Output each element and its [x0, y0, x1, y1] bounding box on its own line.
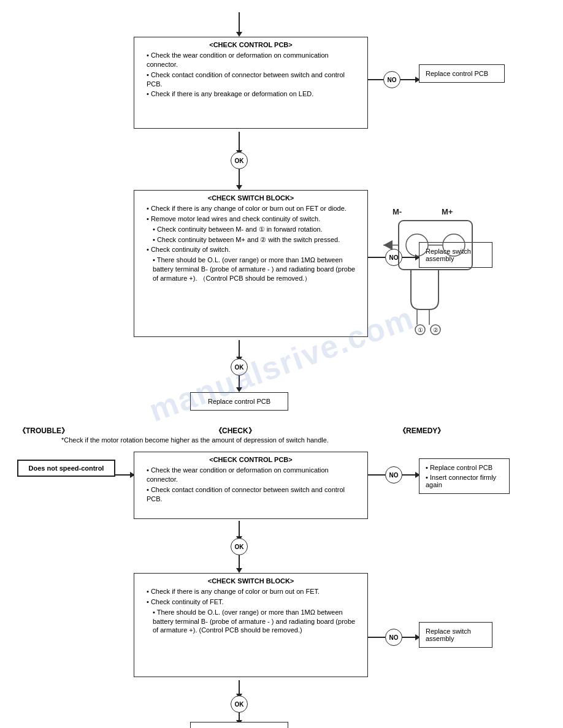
list-item: Remove motor lead wires and check contin… [147, 214, 361, 224]
check-switch-block-box-top: <CHECK SWITCH BLOCK> Check if there is a… [134, 190, 368, 337]
drill-diagram-svg: M- M+ ① ② [374, 196, 497, 337]
svg-text:M+: M+ [442, 207, 453, 216]
check-switch-block-list-bottom: Check if there is any change of color or… [140, 587, 361, 635]
list-item: Check continuity of FET. [147, 597, 361, 607]
ok-badge-2-bottom: OK [231, 696, 248, 713]
check-control-pcb-list-top: Check the wear condition or deformation … [140, 51, 361, 99]
check-switch-block-title-bottom: <CHECK SWITCH BLOCK> [140, 577, 361, 585]
svg-text:②: ② [433, 327, 439, 333]
drill-diagram: M- M+ ① ② [374, 196, 497, 337]
list-item: Check contact condition of connector bet… [147, 485, 361, 504]
svg-text:①: ① [418, 327, 423, 333]
list-item: Check if there is any change of color or… [147, 587, 361, 596]
svg-marker-21 [236, 568, 242, 573]
note-text: *Check if the motor rotation become high… [61, 436, 478, 444]
svg-point-36 [443, 234, 465, 256]
list-item: There should be O.L. (over range) or mor… [147, 608, 361, 635]
list-item: Check continuity of switch. [147, 245, 361, 254]
remedy-pcb-line1: • Replace control PCB [426, 464, 503, 471]
list-item: Check the wear condition or deformation … [147, 51, 361, 69]
check-switch-block-box-bottom: <CHECK SWITCH BLOCK> Check if there is a… [134, 573, 368, 677]
page: <CHECK CONTROL PCB> Check the wear condi… [0, 0, 563, 728]
list-item: Check continuity between M+ and ② with t… [147, 235, 361, 245]
no-badge-2-bottom: NO [385, 629, 402, 646]
check-control-pcb-box-top: <CHECK CONTROL PCB> Check the wear condi… [134, 37, 368, 129]
no-badge-1-bottom: NO [385, 466, 402, 483]
no-badge-1-top: NO [383, 71, 400, 88]
svg-marker-1 [236, 32, 242, 37]
ok-badge-1-bottom: OK [231, 538, 248, 555]
list-item: Check the wear condition or deformation … [147, 466, 361, 484]
trouble-box-bottom: Does not speed-control [17, 460, 115, 477]
remedy-pcb-insert-bottom: • Replace control PCB • Insert connector… [419, 458, 510, 494]
remedy-pcb-line2: • Insert connector firmly again [426, 474, 503, 488]
ok-badge-1-top: OK [231, 152, 248, 169]
check-control-pcb-list-bottom: Check the wear condition or deformation … [140, 466, 361, 503]
remedy-replace-pcb-bottom: Replace control PCB [190, 722, 288, 728]
list-item: There should be O.L. (over range) or mor… [147, 256, 361, 283]
trouble-section-label: 《TROUBLE》 [18, 426, 69, 436]
remedy-replace-switch-bottom: Replace switch assembly [419, 622, 492, 648]
remedy-section-label: 《REMEDY》 [399, 426, 445, 436]
remedy-replace-pcb-top: Replace control PCB [419, 64, 505, 83]
list-item: Check continuity between M- and ① in for… [147, 225, 361, 234]
check-switch-block-title-top: <CHECK SWITCH BLOCK> [140, 194, 361, 202]
list-item: Check if there is any change of color or… [147, 204, 361, 213]
list-item: Check contact condition of connector bet… [147, 70, 361, 89]
ok-badge-2-top: OK [231, 358, 248, 376]
list-item: Check if there is any breakage or deform… [147, 89, 361, 99]
svg-text:M-: M- [393, 207, 402, 216]
remedy-replace-pcb-top-2: Replace control PCB [190, 392, 288, 411]
check-section-label: 《CHECK》 [215, 426, 256, 436]
check-control-pcb-box-bottom: <CHECK CONTROL PCB> Check the wear condi… [134, 452, 368, 519]
check-control-pcb-title-top: <CHECK CONTROL PCB> [140, 41, 361, 48]
svg-point-35 [406, 234, 428, 256]
svg-marker-5 [236, 185, 242, 190]
check-control-pcb-title-bottom: <CHECK CONTROL PCB> [140, 456, 361, 463]
svg-marker-15 [236, 387, 242, 392]
check-switch-block-list-top: Check if there is any change of color or… [140, 204, 361, 283]
